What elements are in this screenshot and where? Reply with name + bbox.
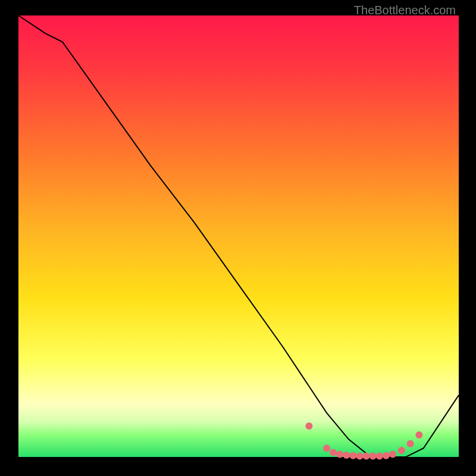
chart-frame: TheBottleneck.com <box>0 0 476 476</box>
marker-dot <box>376 453 383 460</box>
marker-dot <box>330 449 337 456</box>
marker-dot <box>398 447 405 454</box>
marker-dot <box>356 453 364 460</box>
chart-svg <box>0 0 476 476</box>
marker-dot <box>305 422 312 430</box>
marker-dot <box>323 444 330 452</box>
marker-dot <box>407 440 414 447</box>
marker-dot <box>343 452 350 459</box>
marker-dot <box>369 453 377 460</box>
curve-path <box>18 15 459 457</box>
flat-region-markers <box>305 422 422 459</box>
marker-dot <box>349 452 356 459</box>
marker-dot <box>415 431 422 439</box>
marker-dot <box>383 452 390 459</box>
marker-dot <box>363 453 370 460</box>
marker-dot <box>389 451 396 458</box>
bottleneck-curve-line <box>18 15 459 457</box>
marker-dot <box>336 451 343 458</box>
